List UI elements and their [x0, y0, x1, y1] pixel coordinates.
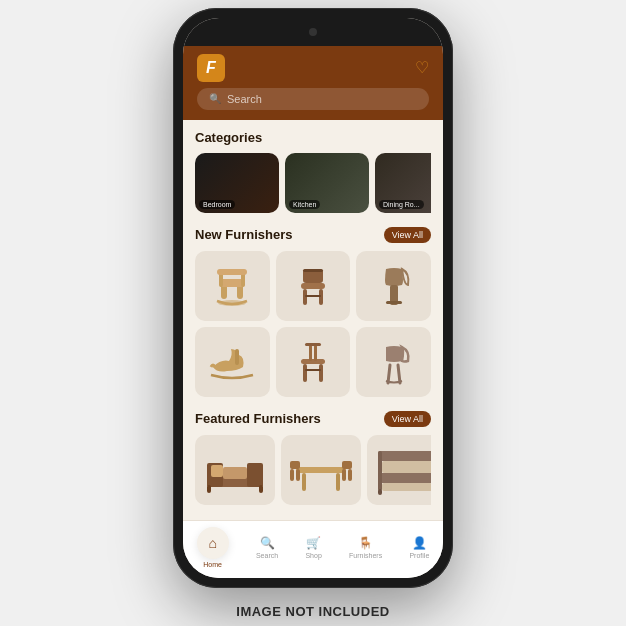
svg-rect-38 — [342, 461, 352, 469]
profile-icon: 👤 — [412, 536, 427, 550]
furniture-item-6[interactable] — [356, 327, 431, 397]
category-dining[interactable]: Dining Ro... — [375, 153, 431, 213]
new-furnishers-title: New Furnishers — [195, 227, 293, 242]
nav-profile-label: Profile — [409, 552, 429, 559]
furniture-item-4[interactable] — [195, 327, 270, 397]
nav-search[interactable]: 🔍 Search — [256, 536, 278, 559]
home-icon: ⌂ — [208, 535, 216, 551]
svg-line-23 — [388, 365, 390, 383]
app-logo: F — [197, 54, 225, 82]
categories-row: Bedroom Kitchen Dining Ro... — [195, 153, 431, 213]
new-furnishers-grid — [195, 251, 431, 397]
svg-rect-45 — [382, 461, 431, 473]
nav-shop[interactable]: 🛒 Shop — [305, 536, 321, 559]
furnishers-icon: 🪑 — [358, 536, 373, 550]
category-dining-label: Dining Ro... — [379, 200, 424, 209]
phone-shell: F ♡ 🔍 Search Categories — [173, 8, 453, 588]
featured-furnishers-header: Featured Furnishers View All — [195, 411, 431, 427]
nav-shop-label: Shop — [305, 552, 321, 559]
featured-furnishers-view-all[interactable]: View All — [384, 411, 431, 427]
nav-home[interactable]: ⌂ Home — [197, 527, 229, 568]
furniture-item-2[interactable] — [276, 251, 351, 321]
svg-rect-8 — [303, 269, 323, 272]
heart-icon[interactable]: ♡ — [415, 58, 429, 77]
svg-rect-36 — [290, 469, 294, 481]
categories-title: Categories — [195, 130, 262, 145]
categories-header: Categories — [195, 130, 431, 145]
svg-rect-18 — [319, 364, 323, 382]
shop-icon: 🛒 — [306, 536, 321, 550]
furniture-item-1[interactable] — [195, 251, 270, 321]
svg-rect-41 — [378, 451, 431, 461]
new-furnishers-header: New Furnishers View All — [195, 227, 431, 243]
new-furnishers-section: New Furnishers View All — [183, 217, 443, 401]
svg-rect-14 — [386, 301, 402, 304]
category-kitchen-label: Kitchen — [289, 200, 320, 209]
search-placeholder: Search — [227, 93, 262, 105]
phone-screen: F ♡ 🔍 Search Categories — [183, 18, 443, 578]
image-not-included-label: IMAGE NOT INCLUDED — [236, 604, 389, 619]
nav-furnishers-label: Furnishers — [349, 552, 382, 559]
search-icon: 🔍 — [209, 93, 221, 104]
svg-rect-47 — [378, 489, 382, 495]
svg-rect-32 — [296, 467, 346, 473]
featured-item-1[interactable] — [195, 435, 275, 505]
app-header: F ♡ 🔍 Search — [183, 46, 443, 120]
svg-rect-31 — [259, 485, 263, 493]
svg-rect-12 — [305, 295, 321, 297]
svg-rect-30 — [207, 485, 211, 493]
svg-rect-28 — [211, 465, 223, 477]
svg-rect-22 — [305, 343, 321, 346]
svg-rect-35 — [290, 461, 300, 469]
furniture-item-5[interactable] — [276, 327, 351, 397]
svg-rect-42 — [378, 473, 431, 483]
featured-item-2[interactable] — [281, 435, 361, 505]
furniture-item-3[interactable] — [356, 251, 431, 321]
nav-search-label: Search — [256, 552, 278, 559]
svg-rect-46 — [382, 483, 431, 491]
svg-rect-33 — [302, 473, 306, 491]
header-top: F ♡ — [197, 54, 429, 82]
svg-rect-43 — [378, 451, 382, 491]
svg-rect-6 — [217, 269, 247, 275]
svg-rect-40 — [348, 469, 352, 481]
search-nav-icon: 🔍 — [260, 536, 275, 550]
svg-rect-34 — [336, 473, 340, 491]
category-bedroom-label: Bedroom — [199, 200, 235, 209]
nav-home-label: Home — [203, 561, 222, 568]
featured-item-3[interactable] — [367, 435, 431, 505]
bottom-nav: ⌂ Home 🔍 Search 🛒 Shop 🪑 Furnishers — [183, 520, 443, 578]
categories-section: Categories Bedroom Kitchen — [183, 120, 443, 217]
svg-rect-19 — [305, 369, 321, 371]
page-wrapper: F ♡ 🔍 Search Categories — [173, 8, 453, 619]
svg-rect-37 — [296, 469, 300, 481]
featured-furnishers-section: Featured Furnishers View All — [183, 401, 443, 509]
featured-row — [195, 435, 431, 505]
svg-rect-39 — [342, 469, 346, 481]
svg-rect-27 — [247, 463, 263, 487]
app-content: Categories Bedroom Kitchen — [183, 120, 443, 520]
phone-top-bar — [183, 18, 443, 46]
category-bedroom[interactable]: Bedroom — [195, 153, 279, 213]
nav-profile[interactable]: 👤 Profile — [409, 536, 429, 559]
search-bar[interactable]: 🔍 Search — [197, 88, 429, 110]
svg-rect-21 — [314, 345, 317, 361]
svg-rect-16 — [301, 359, 325, 364]
new-furnishers-view-all[interactable]: View All — [384, 227, 431, 243]
svg-rect-9 — [301, 283, 325, 289]
category-kitchen[interactable]: Kitchen — [285, 153, 369, 213]
svg-rect-20 — [309, 345, 312, 361]
svg-rect-29 — [223, 467, 247, 479]
svg-line-24 — [398, 365, 400, 383]
camera-dot — [309, 28, 317, 36]
nav-furnishers[interactable]: 🪑 Furnishers — [349, 536, 382, 559]
svg-rect-17 — [303, 364, 307, 382]
featured-furnishers-title: Featured Furnishers — [195, 411, 321, 426]
svg-rect-15 — [235, 349, 239, 365]
